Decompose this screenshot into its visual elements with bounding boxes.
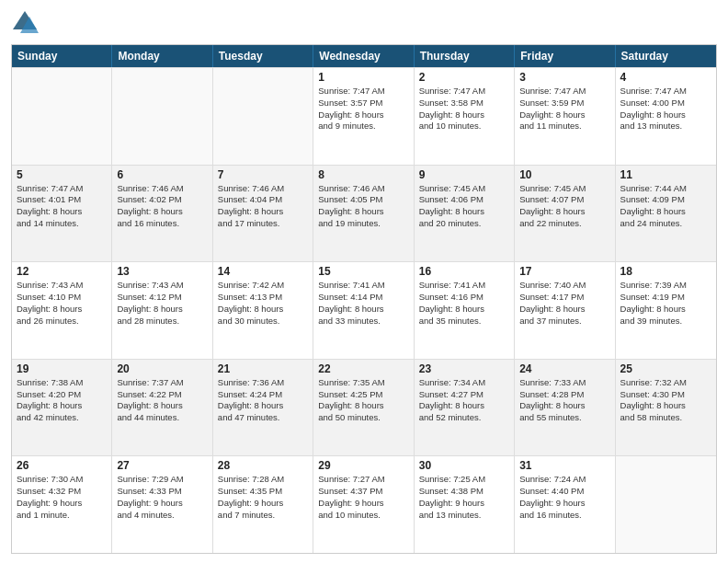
day-number: 2 [419, 71, 509, 84]
header-day-thursday: Thursday [415, 45, 515, 67]
cell-line: Daylight: 8 hours [218, 206, 308, 218]
cell-line: and 44 minutes. [117, 412, 207, 424]
cell-line: Sunset: 4:05 PM [318, 194, 408, 206]
logo [11, 9, 42, 37]
cell-line: and 24 minutes. [620, 218, 711, 230]
cell-line: Sunrise: 7:39 AM [620, 280, 711, 292]
cell-line: Daylight: 9 hours [218, 498, 308, 510]
cell-line: Daylight: 8 hours [519, 304, 609, 316]
day-cell-9: 9Sunrise: 7:45 AMSunset: 4:06 PMDaylight… [415, 166, 515, 262]
day-cell-14: 14Sunrise: 7:42 AMSunset: 4:13 PMDayligh… [213, 262, 313, 359]
cell-line: Sunset: 4:06 PM [419, 194, 509, 206]
cell-line: Sunset: 4:09 PM [620, 194, 711, 206]
cell-line: Sunset: 4:04 PM [218, 194, 308, 206]
day-cell-25: 25Sunrise: 7:32 AMSunset: 4:30 PMDayligh… [616, 360, 716, 456]
header-day-wednesday: Wednesday [313, 45, 414, 67]
cell-line: and 1 minute. [17, 510, 107, 522]
day-cell-21: 21Sunrise: 7:36 AMSunset: 4:24 PMDayligh… [213, 360, 313, 456]
day-number: 21 [218, 362, 308, 375]
cell-line: Sunrise: 7:47 AM [17, 183, 107, 195]
cell-line: Sunrise: 7:46 AM [318, 183, 408, 195]
header-day-saturday: Saturday [616, 45, 716, 67]
day-number: 4 [620, 71, 711, 84]
day-cell-20: 20Sunrise: 7:37 AMSunset: 4:22 PMDayligh… [112, 360, 212, 456]
cell-line: Daylight: 8 hours [519, 206, 609, 218]
cell-line: and 13 minutes. [620, 121, 711, 132]
calendar: SundayMondayTuesdayWednesdayThursdayFrid… [11, 44, 717, 554]
cell-line: Sunrise: 7:33 AM [519, 377, 609, 389]
cell-line: and 19 minutes. [318, 218, 408, 230]
cell-line: Sunset: 4:37 PM [318, 486, 408, 498]
day-cell-7: 7Sunrise: 7:46 AMSunset: 4:04 PMDaylight… [213, 166, 313, 262]
cell-line: and 35 minutes. [419, 316, 509, 327]
calendar-row-0: 1Sunrise: 7:47 AMSunset: 3:57 PMDaylight… [12, 67, 716, 165]
cell-line: Daylight: 8 hours [17, 304, 107, 316]
cell-line: and 16 minutes. [519, 510, 609, 522]
cell-line: Daylight: 8 hours [318, 304, 408, 316]
day-number: 16 [419, 265, 509, 278]
day-number: 13 [117, 265, 207, 278]
cell-line: Sunset: 4:30 PM [620, 389, 711, 401]
cell-line: Sunset: 4:25 PM [318, 389, 408, 401]
cell-line: Sunrise: 7:38 AM [17, 377, 107, 389]
cell-line: Sunset: 4:12 PM [117, 292, 207, 304]
day-number: 25 [620, 362, 711, 375]
cell-line: Sunset: 4:33 PM [117, 486, 207, 498]
day-number: 9 [419, 168, 509, 181]
cell-line: Sunrise: 7:28 AM [218, 474, 308, 486]
day-number: 15 [318, 265, 408, 278]
cell-line: Daylight: 8 hours [218, 304, 308, 316]
cell-line: Daylight: 8 hours [620, 206, 711, 218]
cell-line: Sunset: 4:24 PM [218, 389, 308, 401]
cell-line: Sunset: 4:38 PM [419, 486, 509, 498]
cell-line: Sunrise: 7:35 AM [318, 377, 408, 389]
day-number: 27 [117, 459, 207, 472]
header-day-monday: Monday [112, 45, 212, 67]
day-number: 12 [17, 265, 107, 278]
cell-line: Sunset: 4:27 PM [419, 389, 509, 401]
day-cell-4: 4Sunrise: 7:47 AMSunset: 4:00 PMDaylight… [616, 68, 716, 165]
cell-line: and 13 minutes. [419, 510, 509, 522]
cell-line: Sunset: 4:16 PM [419, 292, 509, 304]
cell-line: and 7 minutes. [218, 510, 308, 522]
cell-line: Sunset: 4:14 PM [318, 292, 408, 304]
day-number: 30 [419, 459, 509, 472]
empty-cell-0-0 [12, 68, 112, 165]
calendar-row-2: 12Sunrise: 7:43 AMSunset: 4:10 PMDayligh… [12, 261, 716, 359]
calendar-row-1: 5Sunrise: 7:47 AMSunset: 4:01 PMDaylight… [12, 165, 716, 262]
day-number: 28 [218, 459, 308, 472]
cell-line: and 47 minutes. [218, 412, 308, 424]
day-number: 17 [519, 265, 609, 278]
cell-line: and 16 minutes. [117, 218, 207, 230]
cell-line: Sunset: 4:35 PM [218, 486, 308, 498]
empty-cell-0-1 [112, 68, 212, 165]
day-number: 29 [318, 459, 408, 472]
day-number: 31 [519, 459, 609, 472]
day-cell-28: 28Sunrise: 7:28 AMSunset: 4:35 PMDayligh… [213, 456, 313, 553]
cell-line: and 30 minutes. [218, 316, 308, 327]
cell-line: Daylight: 8 hours [318, 400, 408, 412]
day-cell-17: 17Sunrise: 7:40 AMSunset: 4:17 PMDayligh… [515, 262, 615, 359]
header-day-friday: Friday [515, 45, 615, 67]
cell-line: Sunset: 4:01 PM [17, 194, 107, 206]
day-cell-10: 10Sunrise: 7:45 AMSunset: 4:07 PMDayligh… [515, 166, 615, 262]
cell-line: Sunrise: 7:36 AM [218, 377, 308, 389]
cell-line: and 14 minutes. [17, 218, 107, 230]
cell-line: Daylight: 8 hours [218, 400, 308, 412]
day-cell-31: 31Sunrise: 7:24 AMSunset: 4:40 PMDayligh… [515, 456, 615, 553]
cell-line: Sunset: 4:20 PM [17, 389, 107, 401]
day-number: 10 [519, 168, 609, 181]
day-cell-30: 30Sunrise: 7:25 AMSunset: 4:38 PMDayligh… [415, 456, 515, 553]
cell-line: Daylight: 8 hours [419, 109, 509, 121]
day-number: 6 [117, 168, 207, 181]
cell-line: Sunset: 4:40 PM [519, 486, 609, 498]
day-cell-8: 8Sunrise: 7:46 AMSunset: 4:05 PMDaylight… [313, 166, 414, 262]
cell-line: Sunset: 4:32 PM [17, 486, 107, 498]
day-cell-24: 24Sunrise: 7:33 AMSunset: 4:28 PMDayligh… [515, 360, 615, 456]
logo-icon [11, 9, 39, 37]
day-cell-12: 12Sunrise: 7:43 AMSunset: 4:10 PMDayligh… [12, 262, 112, 359]
cell-line: Daylight: 8 hours [620, 400, 711, 412]
cell-line: Daylight: 8 hours [519, 400, 609, 412]
day-cell-29: 29Sunrise: 7:27 AMSunset: 4:37 PMDayligh… [313, 456, 414, 553]
cell-line: and 39 minutes. [620, 316, 711, 327]
